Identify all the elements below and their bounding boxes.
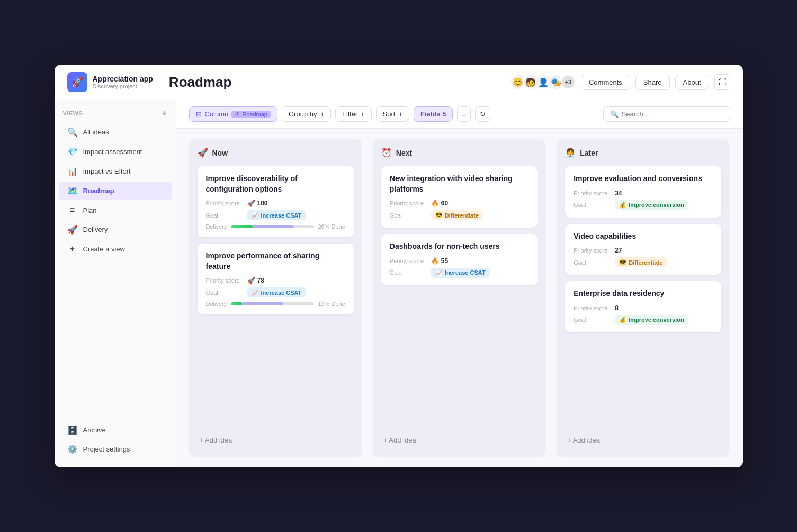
card-6-meta: Priority score 27 Goal 😎 Diffe <box>574 247 713 267</box>
priority-label: Priority score <box>390 200 427 206</box>
fields-button[interactable]: Fields 5 <box>414 106 453 122</box>
sidebar-item-project-settings[interactable]: ⚙️ Project settings <box>59 440 172 458</box>
sidebar-item-impact-effort[interactable]: 📊 Impact vs Effort <box>59 162 172 181</box>
search-input[interactable] <box>622 110 723 118</box>
card-2-progress-fill <box>231 302 241 305</box>
board-area: 🚀 Now Improve discoverability of configu… <box>176 129 743 467</box>
card-7: Enterprise data residency Priority score… <box>565 281 721 332</box>
column-button[interactable]: ⊞ Column ⏱ Roadmap <box>189 106 278 122</box>
board-columns: 🚀 Now Improve discoverability of configu… <box>189 139 730 457</box>
card-3-goal-row: Goal 😎 Differentiate <box>390 210 529 220</box>
card-5-priority-row: Priority score 34 <box>574 190 713 197</box>
card-3-score: 🔥 60 <box>431 200 448 207</box>
layout-icon-button[interactable]: ≡ <box>457 106 471 122</box>
group-by-label: Group by <box>289 110 317 118</box>
column-now: 🚀 Now Improve discoverability of configu… <box>189 139 362 457</box>
card-4-priority-row: Priority score 🔥 55 <box>390 257 529 265</box>
card-1-priority-row: Priority score 🚀 100 <box>206 200 345 207</box>
card-5-meta: Priority score 34 Goal 💰 Impro <box>574 190 713 210</box>
main-layout: VIEWS + 🔍 All ideas 💎 Impact assessment … <box>55 100 743 467</box>
sidebar: VIEWS + 🔍 All ideas 💎 Impact assessment … <box>55 100 176 467</box>
sort-button[interactable]: Sort + <box>376 106 409 122</box>
sidebar-item-label: Plan <box>83 206 97 214</box>
avatar-extra: +3 <box>561 75 576 89</box>
comments-button[interactable]: Comments <box>581 75 630 90</box>
sidebar-item-roadmap[interactable]: 🗺️ Roadmap <box>59 182 172 200</box>
card-1-progress-bar <box>231 225 314 228</box>
add-idea-later[interactable]: + Add idea <box>565 432 721 448</box>
column-next-header: ⏰ Next <box>381 148 538 158</box>
score-icon: 🔥 <box>431 200 439 207</box>
column-label: Column <box>205 110 229 118</box>
sidebar-item-label: Impact assessment <box>83 148 142 156</box>
column-icon: ⊞ <box>196 110 202 118</box>
priority-label: Priority score <box>206 200 243 206</box>
card-1-delivery-pct: 26% Done <box>318 223 345 230</box>
column-later: 🧑‍💼 Later Improve evaluation and convers… <box>557 139 730 457</box>
later-col-title: Later <box>580 149 598 157</box>
header: 🚀 Appreciation app Discovery project Roa… <box>55 65 743 100</box>
add-view-icon[interactable]: + <box>162 109 167 118</box>
goal-icon: 💰 <box>619 202 626 209</box>
header-right: 😊 🧑 👤 🎭 +3 Comments Share About ⛶ <box>510 74 730 90</box>
goal-label: Goal <box>574 202 611 208</box>
sidebar-item-all-ideas[interactable]: 🔍 All ideas <box>59 123 172 141</box>
sidebar-item-plan[interactable]: ≡ Plan <box>59 201 172 219</box>
app-title: Appreciation app <box>93 75 153 83</box>
settings-icon: ⚙️ <box>67 444 78 454</box>
add-idea-now[interactable]: + Add idea <box>198 432 354 448</box>
sidebar-item-delivery[interactable]: 🚀 Delivery <box>59 220 172 239</box>
card-6-goal: 😎 Differentiate <box>615 257 667 267</box>
now-col-icon: 🚀 <box>198 148 208 158</box>
sidebar-divider <box>55 265 176 265</box>
goal-icon: 📈 <box>252 289 259 296</box>
about-button[interactable]: About <box>675 75 709 90</box>
score-icon: 🚀 <box>247 277 255 284</box>
goal-icon: 📈 <box>252 212 259 219</box>
card-4: Dashboards for non-tech users Priority s… <box>381 234 538 285</box>
add-idea-next[interactable]: + Add idea <box>381 432 538 448</box>
share-button[interactable]: Share <box>635 75 670 90</box>
refresh-button[interactable]: ↻ <box>475 106 490 122</box>
sidebar-item-impact-assessment[interactable]: 💎 Impact assessment <box>59 142 172 161</box>
card-1-delivery-row: Delivery 26% Done <box>206 223 345 230</box>
goal-label: Goal <box>390 212 427 219</box>
app-info: Appreciation app Discovery project <box>93 75 153 89</box>
card-2-score: 🚀 78 <box>247 277 264 284</box>
card-5-title: Improve evaluation and conversions <box>574 174 713 184</box>
search-box[interactable]: 🔍 <box>603 106 730 122</box>
priority-label: Priority score <box>390 258 427 264</box>
card-2-delivery-pct: 13% Done <box>318 301 345 307</box>
card-4-goal: 📈 Increase CSAT <box>431 268 490 278</box>
later-col-icon: 🧑‍💼 <box>565 148 576 158</box>
card-2-title: Improve performance of sharing feature <box>206 251 345 272</box>
fields-label: Fields 5 <box>420 110 446 118</box>
priority-label: Priority score <box>574 190 611 196</box>
filter-label: Filter <box>342 110 357 118</box>
goal-label: Goal <box>390 269 427 276</box>
card-5-score: 34 <box>615 190 622 197</box>
column-later-header: 🧑‍💼 Later <box>565 148 721 158</box>
card-6: Video capabilities Priority score 27 Goa <box>565 224 721 275</box>
card-1-title: Improve discoverability of configuration… <box>206 174 345 194</box>
delivery-label: Delivery <box>206 301 227 307</box>
sidebar-item-create-view[interactable]: + Create a view <box>59 240 172 258</box>
expand-button[interactable]: ⛶ <box>714 74 730 90</box>
card-2-goal-row: Goal 📈 Increase CSAT <box>206 287 345 297</box>
card-7-goal: 💰 Improve conversion <box>615 315 688 325</box>
card-4-title: Dashboards for non-tech users <box>390 241 529 252</box>
sidebar-item-label: Archive <box>83 426 106 434</box>
sidebar-item-archive[interactable]: 🗄️ Archive <box>59 421 172 439</box>
roadmap-icon: 🗺️ <box>67 186 78 196</box>
card-2-delivery-row: Delivery 13% Done <box>206 301 345 307</box>
card-3-priority-row: Priority score 🔥 60 <box>390 200 529 207</box>
card-2-meta: Priority score 🚀 78 Goal 📈 <box>206 277 345 307</box>
header-left: 🚀 Appreciation app Discovery project Roa… <box>67 72 232 92</box>
card-4-meta: Priority score 🔥 55 Goal 📈 <box>390 257 529 278</box>
sidebar-item-label: Impact vs Effort <box>83 167 131 175</box>
sidebar-item-label: Roadmap <box>83 187 114 195</box>
search-icon: 🔍 <box>610 110 619 118</box>
group-by-button[interactable]: Group by + <box>282 106 331 122</box>
delivery-label: Delivery <box>206 223 227 230</box>
filter-button[interactable]: Filter + <box>335 106 371 122</box>
